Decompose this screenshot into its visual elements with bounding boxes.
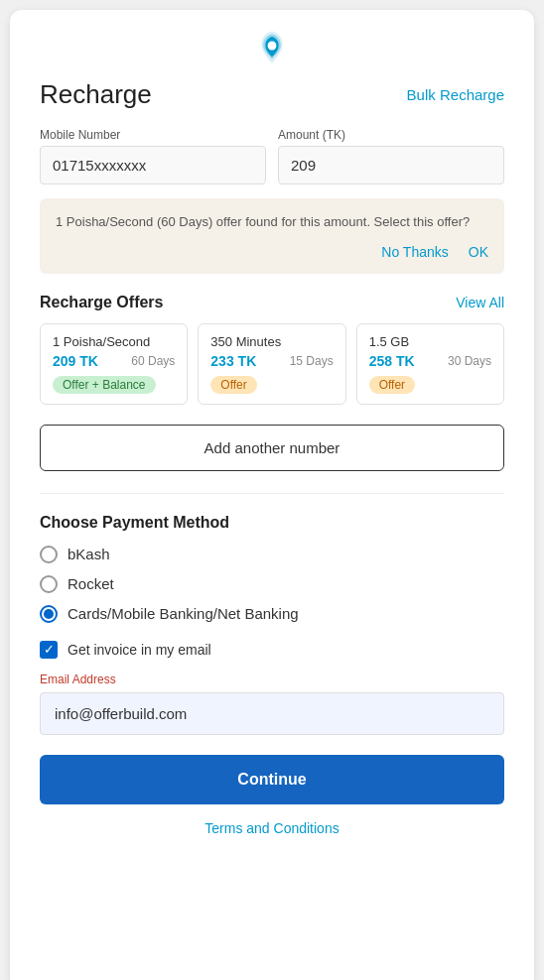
offers-grid: 1 Poisha/Second 209 TK 60 Days Offer + B… [40,323,504,405]
offer-name-2: 1.5 GB [369,334,491,349]
view-all-link[interactable]: View All [456,295,504,310]
cards-radio-dot [44,609,54,619]
offer-badge-2: Offer [369,376,415,394]
mobile-label: Mobile Number [40,128,266,142]
cards-radio[interactable] [40,605,58,623]
rocket-radio[interactable] [40,575,58,593]
offer-name-0: 1 Poisha/Second [53,334,175,349]
mobile-field-group: Mobile Number [40,128,266,184]
offer-card-0[interactable]: 1 Poisha/Second 209 TK 60 Days Offer + B… [40,323,188,405]
offer-notice-text: 1 Poisha/Second (60 Days) offer found fo… [56,212,488,232]
checkbox-checkmark-icon: ✓ [44,643,55,656]
payment-option-rocket[interactable]: Rocket [40,575,504,593]
invoice-label: Get invoice in my email [68,642,211,658]
email-label: Email Address [40,673,504,686]
payment-option-cards[interactable]: Cards/Mobile Banking/Net Banking [40,605,504,623]
no-thanks-button[interactable]: No Thanks [381,244,448,260]
grameenphone-logo-icon [252,30,292,69]
offer-badge-0: Offer + Balance [53,376,156,394]
bkash-label: bKash [68,546,110,562]
payment-option-bkash[interactable]: bKash [40,546,504,563]
add-number-button[interactable]: Add another number [40,425,504,471]
terms-link[interactable]: Terms and Conditions [40,820,504,836]
payment-section-title: Choose Payment Method [40,514,504,532]
offer-days-1: 15 Days [290,354,334,368]
offer-card-1[interactable]: 350 Minutes 233 TK 15 Days Offer [198,323,345,405]
offer-card-2[interactable]: 1.5 GB 258 TK 30 Days Offer [356,323,504,405]
offer-price-0: 209 TK [53,353,98,369]
mobile-input[interactable] [40,146,266,184]
bkash-radio[interactable] [40,546,58,563]
offer-days-0: 60 Days [131,354,175,368]
continue-button[interactable]: Continue [40,755,504,804]
amount-input[interactable] [278,146,504,184]
offer-notice: 1 Poisha/Second (60 Days) offer found fo… [40,198,504,274]
offer-price-1: 233 TK [210,353,256,369]
payment-radio-group: bKash Rocket Cards/Mobile Banking/Net Ba… [40,546,504,623]
amount-label: Amount (TK) [278,128,504,142]
offer-price-2: 258 TK [369,353,415,369]
recharge-offers-title: Recharge Offers [40,294,164,311]
offer-name-1: 350 Minutes [210,334,333,349]
page-title: Recharge [40,79,152,110]
offer-days-2: 30 Days [448,354,491,368]
invoice-checkbox-row[interactable]: ✓ Get invoice in my email [40,641,504,659]
svg-point-0 [268,42,277,51]
cards-label: Cards/Mobile Banking/Net Banking [68,605,299,622]
invoice-checkbox[interactable]: ✓ [40,641,58,659]
bulk-recharge-link[interactable]: Bulk Recharge [407,86,504,103]
logo-area [10,10,534,79]
rocket-label: Rocket [68,575,114,592]
ok-button[interactable]: OK [469,244,488,260]
email-input[interactable] [40,692,504,735]
amount-field-group: Amount (TK) [278,128,504,184]
offer-badge-1: Offer [210,376,256,394]
